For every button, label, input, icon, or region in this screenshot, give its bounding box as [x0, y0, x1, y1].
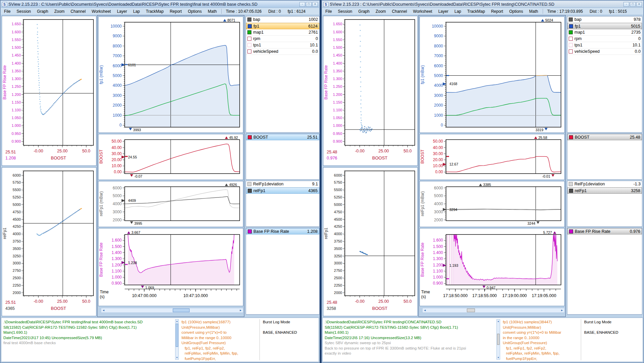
chart-relfp1[interactable]: 20003000400050006000relFp1 (mBar)3385329… — [419, 181, 565, 227]
channel-legend: bap1002fp16124map12761rpm0tps110.1vehicl… — [246, 16, 320, 133]
menu-session[interactable]: Session — [13, 8, 34, 15]
scrollbar-thumb[interactable] — [467, 308, 475, 312]
menu-graph[interactable]: Graph — [355, 8, 372, 15]
svg-text:3000: 3000 — [434, 93, 443, 98]
svg-text:5750: 5750 — [13, 180, 21, 184]
scroll-up-arrow[interactable]: ▲ — [497, 320, 500, 323]
menu-trackmap[interactable]: TrackMap — [464, 8, 488, 15]
menu-channel[interactable]: Channel — [68, 8, 89, 15]
chart-basefp-rate[interactable]: 0.9001.0001.1001.2001.3001.4001.5001.600… — [98, 228, 243, 306]
menu-report[interactable]: Report — [167, 8, 185, 15]
menu-zoom[interactable]: Zoom — [372, 8, 389, 15]
chart-basefp-rate[interactable]: 0.9001.0001.1001.2001.3001.4001.5001.600… — [419, 228, 565, 306]
svg-text:20.00: 20.00 — [112, 157, 122, 162]
time-scrollbar[interactable]: ◄► — [101, 308, 243, 313]
scrollbar-thumb[interactable] — [497, 334, 499, 344]
svg-text:4000: 4000 — [113, 83, 122, 88]
channel-value: 3258 — [631, 188, 640, 193]
legend-row-Base FP Rise Rate[interactable]: Base FP Rise Rate1.208 — [246, 228, 319, 234]
menu-options[interactable]: Options — [185, 8, 205, 15]
channel-color-chip — [248, 135, 252, 139]
menu-layer[interactable]: Layer — [114, 8, 130, 15]
chart-relfp1[interactable]: 20003000400050006000relFp1 (mBar)4926440… — [98, 181, 243, 227]
chart-boost[interactable]: 0.0010.0020.0030.0040.0050.00BOOST45.922… — [98, 134, 243, 180]
menu-file[interactable]: File — [322, 8, 335, 15]
svg-text:1.300: 1.300 — [11, 77, 21, 81]
svg-text:1.400: 1.400 — [11, 61, 21, 65]
chart-fp1[interactable]: 0100020003000400050006000700080009000100… — [98, 16, 243, 133]
scatter-basefp-vs-boost[interactable]: 0.9000.9501.0001.0501.1001.1501.2001.250… — [323, 16, 418, 166]
scroll-left-arrow[interactable]: ◄ — [101, 308, 106, 313]
chart-boost[interactable]: 0.0010.0020.0030.0040.0050.00BOOST25.581… — [419, 134, 565, 180]
titlebar[interactable]: S SView 2.15.223 : C:\Users\Public\Docum… — [1, 1, 319, 8]
legend-row-map1[interactable]: map12761 — [246, 29, 319, 36]
scrollbar-thumb[interactable] — [173, 308, 190, 312]
svg-text:6000: 6000 — [113, 186, 122, 190]
scroll-up-arrow[interactable]: ▲ — [175, 320, 178, 323]
close-button[interactable]: × — [636, 2, 642, 7]
legend-row-bap[interactable]: bap978 — [567, 16, 642, 23]
menu-lap[interactable]: Lap — [451, 8, 464, 15]
channel-label: relFp1 — [253, 188, 307, 193]
menu-options[interactable]: Options — [506, 8, 526, 15]
legend-row-map1[interactable]: map12735 — [567, 29, 642, 36]
legend-row-relFp1[interactable]: relFp13258 — [567, 187, 642, 194]
menu-zoom[interactable]: Zoom — [51, 8, 68, 15]
menu-math[interactable]: Math — [205, 8, 220, 15]
scroll-right-arrow[interactable]: ► — [560, 308, 564, 313]
menu-file[interactable]: File — [1, 8, 13, 15]
close-button[interactable]: × — [312, 2, 318, 7]
legend-row-tps1[interactable]: tps110.1 — [567, 42, 642, 48]
scatter-basefp-vs-boost[interactable]: 0.9000.9501.0001.0501.1001.1501.2001.250… — [2, 16, 96, 166]
menu-report[interactable]: Report — [488, 8, 506, 15]
scroll-left-arrow[interactable]: ◄ — [422, 308, 427, 313]
svg-text:4500: 4500 — [13, 217, 21, 221]
menu-channel[interactable]: Channel — [389, 8, 410, 15]
scroll-down-arrow[interactable]: ▼ — [175, 356, 178, 359]
legend-row-BOOST[interactable]: BOOST25.48 — [567, 134, 642, 140]
scatter-relfp1-vs-boost[interactable]: 2000225025002750300032503500375040004250… — [323, 167, 418, 316]
scroll-down-arrow[interactable]: ▼ — [497, 356, 500, 359]
channel-info-scrollbar[interactable]: ▲▼ — [175, 319, 179, 360]
channel-label: bap — [574, 17, 632, 22]
svg-text:2250: 2250 — [334, 283, 342, 287]
maximize-button[interactable]: □ — [630, 2, 636, 7]
menu-worksheet[interactable]: Worksheet — [410, 8, 435, 15]
menu-layer[interactable]: Layer — [435, 8, 451, 15]
legend-row-fp1[interactable]: fp16124 — [246, 23, 319, 29]
menu-worksheet[interactable]: Worksheet — [89, 8, 114, 15]
legend-row-vehicleSpeed[interactable]: vehicleSpeed0.0 — [246, 48, 319, 55]
menu-math[interactable]: Math — [526, 8, 541, 15]
legend-row-bap[interactable]: bap1002 — [246, 16, 319, 23]
maximize-button[interactable]: □ — [306, 2, 312, 7]
svg-text:4500: 4500 — [334, 217, 342, 221]
channel-info-scrollbar[interactable]: ▲▼ — [496, 319, 500, 360]
channel-color-chip — [569, 229, 573, 233]
svg-text:5000: 5000 — [113, 73, 122, 78]
menu-graph[interactable]: Graph — [34, 8, 51, 15]
menu-session[interactable]: Session — [335, 8, 355, 15]
legend-row-rpm[interactable]: rpm0 — [246, 36, 319, 42]
scroll-right-arrow[interactable]: ► — [238, 308, 243, 313]
scatter-relfp1-vs-boost[interactable]: 2000225025002750300032503500375040004250… — [2, 167, 96, 316]
legend-row-vehicleSpeed[interactable]: vehicleSpeed0.0 — [567, 48, 642, 55]
legend-row-rpm[interactable]: rpm0 — [567, 36, 642, 42]
menu-lap[interactable]: Lap — [130, 8, 143, 15]
minimize-button[interactable]: - — [623, 2, 629, 7]
legend-row-relFp1[interactable]: relFp14365 — [246, 187, 319, 194]
menu-trackmap[interactable]: TrackMap — [143, 8, 167, 15]
legend-row-Base FP Rise Rate[interactable]: Base FP Rise Rate0.976 — [567, 228, 642, 234]
minimize-button[interactable]: - — [299, 2, 305, 7]
time-scrollbar[interactable]: ◄► — [422, 308, 565, 313]
chart-fp1[interactable]: 0100020003000400050006000700080009000100… — [419, 16, 565, 133]
svg-text:4750: 4750 — [334, 210, 342, 214]
legend-row-RelFp1deviation[interactable]: RelFp1deviation9.1 — [246, 181, 319, 187]
legend-row-RelFp1deviation[interactable]: RelFp1deviation-1.3 — [567, 181, 642, 187]
titlebar[interactable]: S SView 2.15.223 : C:\Users\Public\Docum… — [322, 1, 643, 8]
legend-row-tps1[interactable]: tps110.1 — [246, 42, 319, 48]
legend-row-BOOST[interactable]: BOOST25.51 — [246, 134, 319, 140]
svg-text:3500: 3500 — [13, 247, 21, 251]
scrollbar-thumb[interactable] — [176, 324, 178, 347]
legend-row-fp1[interactable]: fp15015 — [567, 23, 642, 29]
svg-text:4000: 4000 — [434, 202, 443, 206]
